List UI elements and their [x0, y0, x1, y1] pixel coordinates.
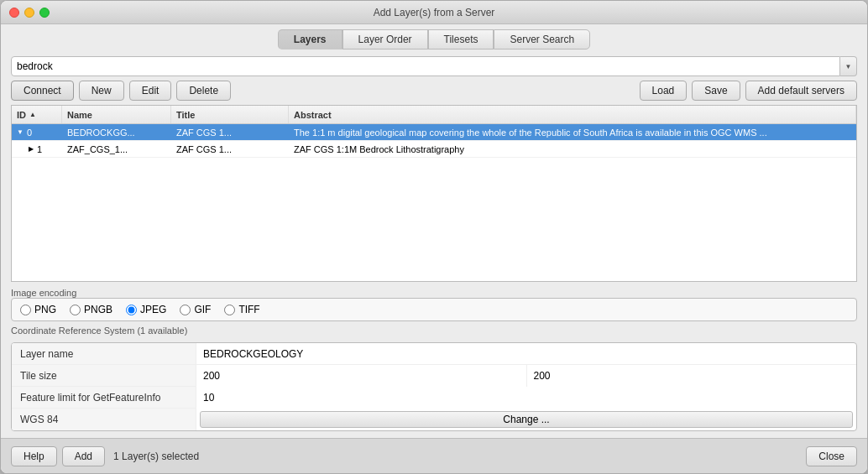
change-crs-button[interactable]: Change ... [200, 411, 853, 428]
traffic-lights [9, 8, 50, 18]
connect-button[interactable]: Connect [11, 81, 74, 101]
col-header-abstract[interactable]: Abstract [289, 106, 856, 123]
bottom-bar: Help Add 1 Layer(s) selected Close [1, 438, 867, 473]
cell-abstract-0: The 1:1 m digital geological map coverin… [289, 128, 856, 138]
radio-pngb[interactable]: PNGB [70, 304, 112, 315]
layer-name-value [196, 348, 856, 360]
main-window: Add Layer(s) from a Server Layers Layer … [0, 0, 868, 474]
tab-server-search[interactable]: Server Search [494, 29, 590, 49]
title-bar: Add Layer(s) from a Server [1, 1, 867, 24]
layer-name-input[interactable] [203, 348, 850, 360]
minimize-window-button[interactable] [24, 8, 34, 18]
close-window-button[interactable] [9, 8, 19, 18]
image-encoding-box: PNG PNGB JPEG GIF TIFF [11, 298, 857, 321]
table-body: ▼ 0 BEDROCKGG... ZAF CGS 1... The 1:1 m … [12, 124, 856, 281]
crs-section: Coordinate Reference System (1 available… [11, 326, 857, 338]
tile-size-values [196, 365, 856, 387]
add-default-servers-button[interactable]: Add default servers [745, 81, 857, 101]
table-row[interactable]: ▼ 0 BEDROCKGG... ZAF CGS 1... The 1:1 m … [12, 124, 856, 141]
layer-name-label: Layer name [12, 343, 196, 364]
layer-name-row: Layer name [12, 343, 856, 365]
cell-id-1: ▶ 1 [12, 144, 62, 154]
col-header-title[interactable]: Title [171, 106, 289, 123]
radio-gif[interactable]: GIF [180, 304, 211, 315]
edit-button[interactable]: Edit [129, 81, 172, 101]
image-encoding-label: Image encoding [11, 288, 857, 298]
feature-limit-value [196, 387, 856, 409]
tile-size-input-2[interactable] [527, 365, 857, 387]
crs-label: Coordinate Reference System (1 available… [11, 326, 857, 336]
bottom-left-buttons: Help Add [11, 446, 105, 466]
radio-jpeg[interactable]: JPEG [126, 304, 166, 315]
action-buttons-row: Connect New Edit Delete Load Save Add de… [11, 81, 857, 101]
tabs-bar: Layers Layer Order Tilesets Server Searc… [1, 24, 867, 49]
window-title: Add Layer(s) from a Server [374, 7, 495, 18]
radio-tiff-input[interactable] [224, 305, 235, 315]
wgs84-label: WGS 84 [12, 409, 196, 430]
col-header-name[interactable]: Name [62, 106, 171, 123]
radio-jpeg-input[interactable] [126, 305, 137, 315]
server-url-input[interactable] [11, 56, 840, 76]
status-text: 1 Layer(s) selected [113, 451, 460, 462]
cell-title-1: ZAF CGS 1... [171, 144, 289, 154]
maximize-window-button[interactable] [39, 8, 50, 18]
main-content: ▼ Connect New Edit Delete Load Save Add … [1, 49, 867, 438]
radio-pngb-input[interactable] [70, 305, 81, 315]
expand-arrow-icon: ▼ [17, 128, 24, 136]
feature-limit-input[interactable] [196, 387, 856, 409]
sort-arrow-icon: ▲ [29, 111, 36, 118]
feature-limit-row: Feature limit for GetFeatureInfo [12, 387, 856, 409]
tile-size-label: Tile size [12, 365, 196, 386]
load-button[interactable]: Load [640, 81, 688, 101]
form-section: Layer name Tile size Feature limit for G… [11, 342, 857, 431]
radio-gif-input[interactable] [180, 305, 191, 315]
save-button[interactable]: Save [692, 81, 740, 101]
image-encoding-radio-group: PNG PNGB JPEG GIF TIFF [20, 304, 848, 315]
delete-button[interactable]: Delete [176, 81, 231, 101]
feature-limit-label: Feature limit for GetFeatureInfo [12, 387, 196, 408]
cell-title-0: ZAF CGS 1... [171, 128, 289, 138]
radio-png-input[interactable] [20, 305, 31, 315]
tile-size-row: Tile size [12, 365, 856, 387]
wgs84-value: Change ... [196, 411, 856, 428]
wgs84-row: WGS 84 Change ... [12, 409, 856, 430]
cell-name-1: ZAF_CGS_1... [62, 144, 171, 154]
table-row[interactable]: ▶ 1 ZAF_CGS_1... ZAF CGS 1... ZAF CGS 1:… [12, 141, 856, 158]
new-button[interactable]: New [79, 81, 124, 101]
layers-table: ID ▲ Name Title Abstract ▼ 0 [11, 105, 857, 282]
image-encoding-section: Image encoding PNG PNGB JPEG GIF [11, 286, 857, 321]
expand-arrow-icon: ▶ [29, 145, 34, 153]
change-btn-container: Change ... [196, 411, 856, 428]
radio-tiff[interactable]: TIFF [224, 304, 259, 315]
add-button[interactable]: Add [62, 446, 105, 466]
cell-id-0: ▼ 0 [12, 128, 62, 138]
col-header-id[interactable]: ID ▲ [12, 106, 62, 123]
cell-name-0: BEDROCKGG... [62, 128, 171, 138]
server-url-row: ▼ [11, 56, 857, 76]
help-button[interactable]: Help [11, 446, 57, 466]
table-header: ID ▲ Name Title Abstract [12, 106, 856, 124]
tile-size-input-1[interactable] [196, 365, 527, 387]
tab-tilesets[interactable]: Tilesets [428, 29, 494, 49]
server-url-dropdown[interactable]: ▼ [840, 56, 857, 76]
radio-png[interactable]: PNG [20, 304, 56, 315]
tab-layers[interactable]: Layers [278, 29, 342, 49]
close-button[interactable]: Close [806, 446, 857, 466]
tab-layer-order[interactable]: Layer Order [342, 29, 428, 49]
cell-abstract-1: ZAF CGS 1:1M Bedrock Lithostratigraphy [289, 144, 856, 154]
